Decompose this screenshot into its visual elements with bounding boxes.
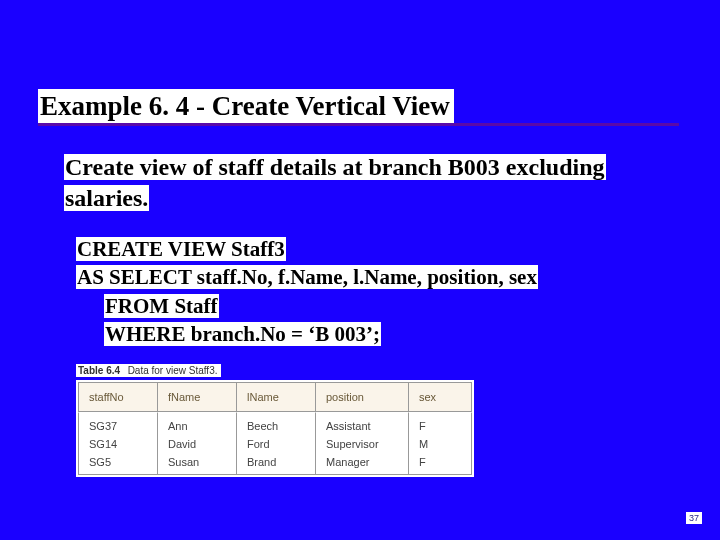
cell-staffno: SG5 xyxy=(78,453,157,475)
cell-fname: Ann xyxy=(157,412,236,435)
th-sex: sex xyxy=(408,382,472,412)
cell-lname: Beech xyxy=(236,412,315,435)
table-area: Table 6.4 Data for view Staff3. staffNo … xyxy=(76,365,474,481)
table-wrap: staffNo fName lName position sex SG37 An… xyxy=(76,380,474,477)
slide-title-text: Example 6. 4 - Create Vertical View xyxy=(40,91,452,121)
th-fname: fName xyxy=(157,382,236,412)
page-number: 37 xyxy=(686,512,702,524)
th-staffno: staffNo xyxy=(78,382,157,412)
cell-position: Supervisor xyxy=(315,435,408,453)
th-position: position xyxy=(315,382,408,412)
table-caption-text: Data for view Staff3. xyxy=(126,364,220,377)
table-caption-label: Table 6.4 xyxy=(78,365,120,376)
table-caption: Table 6.4 Data for view Staff3. xyxy=(76,365,474,376)
slide-description-text: Create view of staff details at branch B… xyxy=(64,154,606,211)
slide-title: Example 6. 4 - Create Vertical View xyxy=(38,90,682,123)
cell-position: Manager xyxy=(315,453,408,475)
sql-line-4: WHERE branch.No = ‘B 003’; xyxy=(76,320,670,348)
table-header-row: staffNo fName lName position sex xyxy=(78,382,472,412)
slide: Example 6. 4 - Create Vertical View Crea… xyxy=(0,0,720,540)
cell-lname: Ford xyxy=(236,435,315,453)
cell-sex: M xyxy=(408,435,472,453)
th-lname: lName xyxy=(236,382,315,412)
table-row: SG5 Susan Brand Manager F xyxy=(78,453,472,475)
sql-line-2-text: AS SELECT staff.No, f.Name, l.Name, posi… xyxy=(76,265,538,289)
sql-line-1-text: CREATE VIEW Staff3 xyxy=(76,237,286,261)
cell-sex: F xyxy=(408,453,472,475)
sql-line-3: FROM Staff xyxy=(76,292,670,320)
table-row: SG37 Ann Beech Assistant F xyxy=(78,412,472,435)
cell-position: Assistant xyxy=(315,412,408,435)
sql-line-2: AS SELECT staff.No, f.Name, l.Name, posi… xyxy=(76,263,670,291)
sql-line-1: CREATE VIEW Staff3 xyxy=(76,235,670,263)
staff-table: staffNo fName lName position sex SG37 An… xyxy=(78,382,472,475)
cell-staffno: SG14 xyxy=(78,435,157,453)
cell-fname: David xyxy=(157,435,236,453)
sql-line-3-text: FROM Staff xyxy=(104,294,219,318)
slide-description: Create view of staff details at branch B… xyxy=(64,152,660,213)
title-underline xyxy=(38,123,679,126)
cell-fname: Susan xyxy=(157,453,236,475)
cell-sex: F xyxy=(408,412,472,435)
table-row: SG14 David Ford Supervisor M xyxy=(78,435,472,453)
sql-line-4-text: WHERE branch.No = ‘B 003’; xyxy=(104,322,381,346)
cell-lname: Brand xyxy=(236,453,315,475)
cell-staffno: SG37 xyxy=(78,412,157,435)
sql-block: CREATE VIEW Staff3 AS SELECT staff.No, f… xyxy=(76,235,670,348)
